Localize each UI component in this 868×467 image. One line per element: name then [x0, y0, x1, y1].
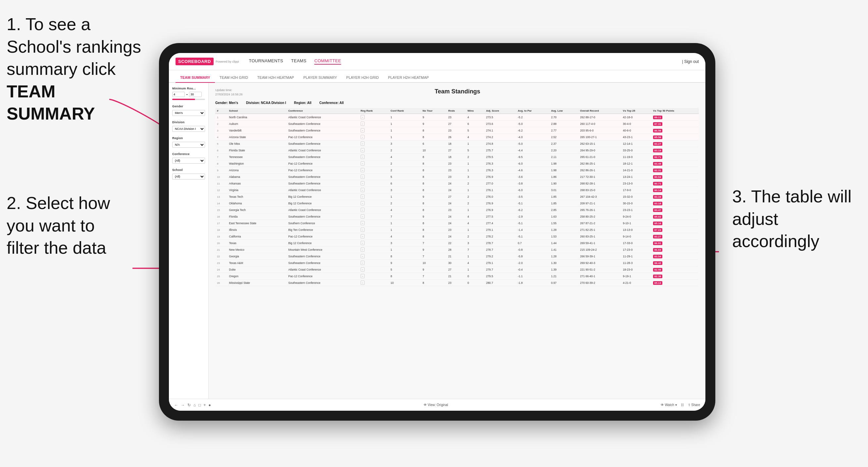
tab-team-h2h-heatmap[interactable]: TEAM H2H HEATMAP	[253, 73, 299, 83]
toolbar-home-icon[interactable]: ⌂	[193, 403, 196, 407]
filter-region-select[interactable]: N/A All	[172, 142, 205, 148]
table-cell: 3	[389, 240, 421, 246]
filter-division-label: Division	[172, 121, 205, 124]
table-cell: Pac-12 Conference	[286, 233, 359, 240]
table-cell: 276.3	[485, 167, 516, 174]
filter-school-select[interactable]: (All)	[172, 174, 205, 180]
table-cell: 22	[447, 240, 466, 246]
table-cell: 7	[421, 253, 446, 260]
tab-team-h2h-grid[interactable]: TEAM H2H GRID	[215, 73, 253, 83]
table-cell: Florida	[227, 213, 287, 220]
table-cell: 19	[215, 233, 227, 240]
table-cell: 8	[421, 167, 446, 174]
toolbar-clock-icon[interactable]: ●	[209, 403, 211, 407]
table-cell: 14-21-0	[621, 167, 651, 174]
col-school: School	[227, 108, 287, 114]
filter-min-to[interactable]	[189, 92, 202, 97]
table-cell: 271 82-25-1	[578, 226, 621, 233]
filter-division-select[interactable]: NCAA Division I NCAA Division II NCAA Di…	[172, 126, 205, 132]
table-cell: 9	[421, 121, 446, 127]
main-content: Minimum Rou... - Gender Men's Women's	[169, 83, 705, 399]
table-cell: 15	[215, 207, 227, 213]
watch-button[interactable]: 👁 Watch ▾	[661, 403, 677, 407]
sign-out-button[interactable]: | Sign out	[682, 59, 699, 64]
col-no-tour: No Tour	[421, 108, 446, 114]
tab-player-summary[interactable]: PLAYER SUMMARY	[299, 73, 342, 83]
table-row: 18IllinoisBig Ten Conference-18231279.1-…	[215, 226, 699, 233]
filter-gender-group: Gender Men's Women's	[172, 105, 205, 116]
view-original-button[interactable]: 👁 View: Original	[424, 403, 448, 407]
toolbar-forward-icon[interactable]: →	[181, 403, 185, 407]
table-cell: 1.55	[550, 220, 579, 226]
table-cell: 262 88-17-0	[578, 114, 621, 121]
table-cell: 8	[421, 226, 446, 233]
table-row: 19CaliforniaPac-12 Conference-48242278.2…	[215, 233, 699, 240]
table-cell: 9	[421, 193, 446, 200]
table-cell: Southeastern Conference	[286, 213, 359, 220]
toolbar-back-icon[interactable]: ←	[174, 403, 178, 407]
table-cell: 4	[466, 220, 485, 226]
table-cell: 1.28	[550, 253, 579, 260]
table-cell: 13-24-1	[621, 174, 651, 180]
toolbar-add-icon[interactable]: +	[204, 403, 206, 407]
table-cell: -5.2	[516, 114, 550, 121]
table-cell: 1	[389, 114, 421, 121]
table-cell: Southeastern Conference	[286, 127, 359, 134]
table-cell: 2.20	[550, 147, 579, 154]
table-cell: 80.94	[651, 174, 699, 180]
table-cell: 86.84	[651, 246, 699, 253]
table-cell: 82.71	[651, 154, 699, 160]
table-cell: 17-9-0	[621, 187, 651, 193]
table-cell: 9-14-0	[621, 233, 651, 240]
slider-track[interactable]	[172, 99, 205, 100]
table-cell: Georgia Tech	[227, 207, 287, 213]
tab-player-h2h-heatmap[interactable]: PLAYER H2H HEATMAP	[383, 73, 434, 83]
table-cell: 83.47	[651, 207, 699, 213]
tab-player-h2h-grid[interactable]: PLAYER H2H GRID	[342, 73, 383, 83]
tab-team-summary[interactable]: TEAM SUMMARY	[176, 73, 215, 83]
table-cell: 86.58	[651, 127, 699, 134]
table-cell: 8	[389, 253, 421, 260]
nav-teams[interactable]: TEAMS	[291, 58, 306, 65]
nav-committee[interactable]: COMMITTEE	[314, 58, 341, 65]
table-cell: Southeastern Conference	[286, 121, 359, 127]
table-cell: Georgia	[227, 253, 287, 260]
table-cell: Oregon	[227, 273, 287, 280]
col-avg-low: Avg. Low	[550, 108, 579, 114]
table-cell: 12	[215, 187, 227, 193]
table-cell: 1.85	[550, 200, 579, 207]
toolbar-refresh-icon[interactable]: ↻	[187, 403, 191, 407]
table-cell: 1.90	[550, 180, 579, 187]
filter-conference-select[interactable]: (All)	[172, 158, 205, 164]
table-cell: -	[359, 180, 389, 187]
toolbar-share-small-icon[interactable]: □	[198, 403, 201, 407]
table-cell: 275.7	[485, 147, 516, 154]
filter-row: Gender: Men's Division: NCAA Division I …	[215, 101, 699, 105]
toolbar-left: ← → ↻ ⌂ □ + ●	[174, 403, 211, 407]
table-row: 10AlabamaSoutheastern Conference-5823327…	[215, 174, 699, 180]
share-button[interactable]: ⇧ Share	[688, 403, 700, 407]
table-cell: 1.53	[550, 233, 579, 240]
table-cell: 24	[447, 187, 466, 193]
table-row: 16FloridaSoutheastern Conference-7924427…	[215, 213, 699, 220]
table-cell: 268 82-28-1	[578, 180, 621, 187]
table-cell: 30	[447, 260, 466, 266]
table-cell: 8	[421, 233, 446, 240]
table-row: 9ArizonaPac-12 Conference-28231276.3-4.6…	[215, 167, 699, 174]
filter-region-label: Region	[172, 136, 205, 140]
table-cell: 276.1	[485, 187, 516, 193]
table-cell: 0	[466, 273, 485, 280]
filter-min-from[interactable]	[172, 92, 185, 97]
logo-area: SCOREBOARD Powered by clippi	[176, 58, 239, 65]
table-cell: 4	[389, 207, 421, 213]
table-cell: -3.8	[516, 180, 550, 187]
col-conference: Conference	[286, 108, 359, 114]
table-cell: Alabama	[227, 174, 287, 180]
filter-gender-select[interactable]: Men's Women's	[172, 110, 205, 116]
table-cell: 18	[215, 226, 227, 233]
nav-tournaments[interactable]: TOURNAMENTS	[249, 58, 283, 65]
toolbar-grid-icon[interactable]: ☷	[681, 403, 684, 407]
table-cell: 1.30	[550, 260, 579, 266]
table-cell: -2.0	[516, 260, 550, 266]
table-cell: 2	[466, 180, 485, 187]
